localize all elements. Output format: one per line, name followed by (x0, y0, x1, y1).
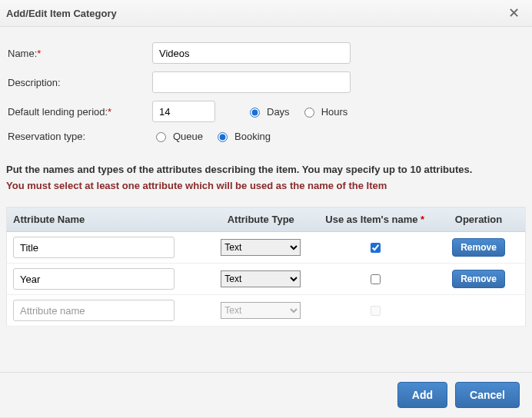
days-label: Days (267, 106, 290, 118)
queue-label: Queue (173, 131, 203, 142)
use-as-name-checkbox[interactable] (371, 274, 381, 284)
dialog-title: Add/Edit Item Category (6, 8, 505, 19)
hours-label: Hours (321, 106, 348, 118)
header-attribute-type: Attribute Type (204, 207, 318, 232)
dialog-header: Add/Edit Item Category ✕ (0, 0, 532, 27)
attribute-name-input[interactable] (13, 268, 175, 290)
table-row-new: Text (7, 295, 526, 327)
attribute-type-select-disabled: Text (221, 302, 301, 319)
lending-period-label-text: Default lending period: (8, 106, 108, 118)
attribute-type-select[interactable]: Text (221, 270, 301, 287)
name-row: Name:* (6, 42, 526, 64)
add-button[interactable]: Add (397, 382, 447, 408)
table-header-row: Attribute Name Attribute Type Use as Ite… (7, 207, 526, 232)
attributes-warning: You must select at least one attribute w… (6, 180, 526, 191)
name-label-text: Name: (8, 48, 37, 59)
lending-period-input[interactable] (152, 101, 215, 122)
reservation-type-row: Reservation type: Queue Booking (6, 130, 526, 142)
lending-period-row: Default lending period:* Days Hours (6, 101, 526, 122)
queue-radio[interactable] (156, 132, 166, 142)
dialog-footer: Add Cancel (0, 372, 532, 417)
required-marker: * (37, 48, 41, 59)
dialog-body: Name:* Description: Default lending peri… (0, 27, 532, 372)
description-label: Description: (6, 77, 152, 88)
use-as-name-checkbox[interactable] (371, 243, 381, 253)
header-operation: Operation (432, 207, 526, 232)
use-as-name-checkbox-disabled (371, 306, 381, 316)
reservation-type-label: Reservation type: (6, 131, 152, 142)
name-input[interactable] (152, 42, 351, 64)
table-row: Text Remove (7, 264, 526, 295)
add-edit-category-dialog: Add/Edit Item Category ✕ Name:* Descript… (0, 0, 532, 418)
name-label: Name:* (6, 48, 152, 59)
reservation-type-group: Queue Booking (152, 130, 277, 142)
header-use-as-name: Use as Item's name * (318, 207, 433, 232)
attribute-type-select[interactable]: Text (221, 239, 301, 256)
remove-button[interactable]: Remove (452, 270, 505, 288)
attribute-name-input[interactable] (13, 237, 175, 258)
header-attribute-name: Attribute Name (7, 207, 204, 232)
close-icon[interactable]: ✕ (505, 6, 523, 20)
hours-radio[interactable] (304, 108, 314, 118)
attributes-table: Attribute Name Attribute Type Use as Ite… (6, 207, 526, 327)
required-marker: * (421, 214, 424, 225)
cancel-button[interactable]: Cancel (455, 382, 520, 408)
booking-label: Booking (234, 131, 271, 142)
lending-period-label: Default lending period:* (6, 106, 152, 118)
header-use-as-name-text: Use as Item's name (325, 214, 417, 225)
days-radio[interactable] (250, 108, 260, 118)
remove-button[interactable]: Remove (452, 238, 505, 257)
description-row: Description: (6, 71, 526, 93)
lending-unit-group: Days Hours (246, 105, 354, 118)
description-input[interactable] (152, 71, 351, 93)
attributes-instruction: Put the names and types of the attribute… (6, 164, 526, 175)
booking-radio[interactable] (218, 132, 228, 142)
table-row: Text Remove (7, 232, 526, 264)
attribute-name-input-new[interactable] (13, 300, 175, 321)
required-marker: * (108, 106, 111, 118)
